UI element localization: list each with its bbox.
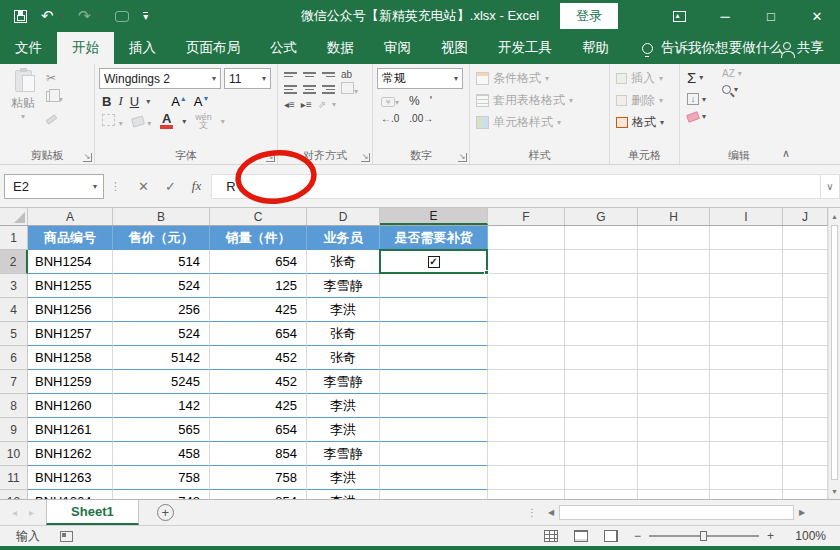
font-color-dropdown-icon[interactable]: ▾	[182, 117, 186, 126]
cell-C11[interactable]: 758	[210, 466, 307, 490]
cell-J10[interactable]	[783, 442, 828, 466]
horizontal-scrollbar[interactable]: ◀ ▶	[543, 504, 838, 521]
autosum-icon[interactable]: Σ	[687, 69, 696, 86]
clipboard-dialog-launcher[interactable]: ↘	[83, 153, 92, 162]
cell-C10[interactable]: 854	[210, 442, 307, 466]
fill-icon[interactable]: ↓	[687, 93, 699, 105]
underline-button[interactable]: U	[130, 94, 139, 109]
cell-F5[interactable]	[488, 322, 565, 346]
row-header-11[interactable]: 11	[0, 466, 28, 490]
undo-dropdown-icon[interactable]: ▾	[60, 11, 65, 21]
cell-I8[interactable]	[710, 394, 783, 418]
tab-数据[interactable]: 数据	[312, 32, 369, 64]
cell-D9[interactable]: 李洪	[307, 418, 380, 442]
cell-C2[interactable]: 654	[210, 250, 307, 274]
cell-I2[interactable]	[710, 250, 783, 274]
cell-H5[interactable]	[638, 322, 710, 346]
horizontal-scroll-thumb[interactable]	[559, 505, 794, 520]
cell-G12[interactable]	[565, 490, 638, 499]
row-header-4[interactable]: 4	[0, 298, 28, 322]
zoom-slider[interactable]	[649, 535, 759, 537]
cell-D12[interactable]: 李洪	[307, 490, 380, 499]
row-header-6[interactable]: 6	[0, 346, 28, 370]
cell-D1[interactable]: 业务员	[307, 226, 380, 250]
vertical-scroll-thumb[interactable]	[831, 225, 838, 480]
row-header-12[interactable]: 12	[0, 490, 28, 499]
cell-J3[interactable]	[783, 274, 828, 298]
cell-D4[interactable]: 李洪	[307, 298, 380, 322]
wrap-text-icon[interactable]: ab	[341, 69, 352, 80]
number-format-combo[interactable]: 常规 ▾	[377, 68, 463, 89]
row-header-2[interactable]: 2	[0, 250, 28, 274]
cell-C12[interactable]: 854	[210, 490, 307, 499]
cell-H6[interactable]	[638, 346, 710, 370]
save-icon[interactable]	[14, 10, 27, 23]
cell-F11[interactable]	[488, 466, 565, 490]
vertical-scrollbar[interactable]: ▲ ▼	[828, 208, 840, 499]
row-header-1[interactable]: 1	[0, 226, 28, 250]
cell-C6[interactable]: 452	[210, 346, 307, 370]
cell-E1[interactable]: 是否需要补货	[380, 226, 488, 250]
cell-I7[interactable]	[710, 370, 783, 394]
scroll-left-icon[interactable]: ◀	[543, 508, 559, 517]
column-header-C[interactable]: C	[210, 208, 307, 225]
comma-style-button[interactable]: '	[430, 94, 432, 108]
cell-I11[interactable]	[710, 466, 783, 490]
zoom-level[interactable]: 100%	[790, 529, 826, 543]
cell-E11[interactable]	[380, 466, 488, 490]
column-header-F[interactable]: F	[488, 208, 565, 225]
decrease-font-button[interactable]: A▼	[194, 94, 210, 109]
cell-B8[interactable]: 142	[113, 394, 210, 418]
cell-E3[interactable]	[380, 274, 488, 298]
tab-开发工具[interactable]: 开发工具	[483, 32, 567, 64]
scroll-up-icon[interactable]: ▲	[829, 208, 840, 224]
cell-A5[interactable]: BNH1257	[28, 322, 113, 346]
column-header-G[interactable]: G	[565, 208, 638, 225]
column-header-H[interactable]: H	[638, 208, 710, 225]
decrease-decimal-button[interactable]: .00→	[409, 113, 433, 124]
page-break-view-icon[interactable]	[604, 530, 618, 542]
cell-D5[interactable]: 张奇	[307, 322, 380, 346]
cell-H9[interactable]	[638, 418, 710, 442]
find-select-icon[interactable]	[722, 85, 731, 94]
cell-F1[interactable]	[488, 226, 565, 250]
cell-H1[interactable]	[638, 226, 710, 250]
cell-J5[interactable]	[783, 322, 828, 346]
number-dialog-launcher[interactable]: ↘	[458, 153, 467, 162]
cell-A12[interactable]: BNH1264	[28, 490, 113, 499]
login-button[interactable]: 登录	[560, 3, 618, 29]
ribbon-display-options-button[interactable]	[656, 0, 702, 32]
minimize-button[interactable]: ─	[702, 0, 748, 32]
close-button[interactable]: ✕	[794, 0, 840, 32]
align-center-icon[interactable]	[303, 83, 316, 96]
clear-icon[interactable]	[686, 111, 700, 123]
cancel-entry-icon[interactable]: ✕	[138, 179, 149, 194]
column-header-D[interactable]: D	[307, 208, 380, 225]
customize-qat-icon[interactable]: ▾	[143, 12, 148, 21]
format-cells-button[interactable]: 格式 ▾	[616, 114, 675, 131]
share-button[interactable]: 共享	[783, 32, 840, 64]
alignment-dialog-launcher[interactable]: ↘	[361, 153, 370, 162]
normal-view-icon[interactable]	[544, 530, 558, 542]
cell-F3[interactable]	[488, 274, 565, 298]
cell-A1[interactable]: 商品编号	[28, 226, 113, 250]
underline-dropdown-icon[interactable]: ▾	[146, 97, 150, 106]
cell-I12[interactable]	[710, 490, 783, 499]
cell-B12[interactable]: 748	[113, 490, 210, 499]
cell-J11[interactable]	[783, 466, 828, 490]
column-header-B[interactable]: B	[113, 208, 210, 225]
cell-A11[interactable]: BNH1263	[28, 466, 113, 490]
row-header-5[interactable]: 5	[0, 322, 28, 346]
formula-input[interactable]: R	[211, 174, 820, 199]
cell-G1[interactable]	[565, 226, 638, 250]
fill-dropdown-icon[interactable]: ▾	[702, 95, 706, 104]
cell-I6[interactable]	[710, 346, 783, 370]
zoom-in-icon[interactable]: +	[767, 529, 774, 543]
bold-button[interactable]: B	[102, 94, 111, 109]
cell-F9[interactable]	[488, 418, 565, 442]
cell-J6[interactable]	[783, 346, 828, 370]
cell-C7[interactable]: 452	[210, 370, 307, 394]
cell-E2[interactable]: ✓	[380, 250, 488, 274]
increase-font-button[interactable]: A▲	[171, 94, 187, 109]
tab-视图[interactable]: 视图	[426, 32, 483, 64]
